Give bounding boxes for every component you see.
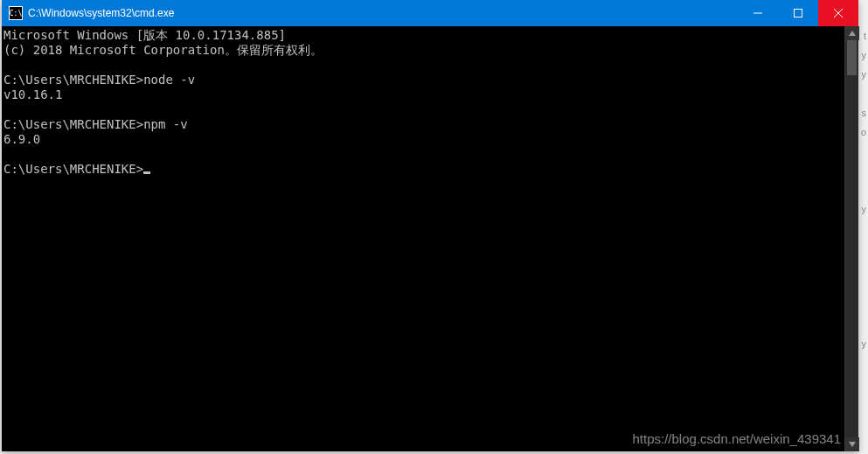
bg-fragment	[861, 257, 866, 276]
cmd-window: C:\ C:\Windows\system32\cmd.exe Microsof…	[2, 0, 858, 451]
bg-fragment	[861, 315, 866, 334]
cmd-icon: C:\	[9, 6, 23, 20]
titlebar[interactable]: C:\ C:\Windows\system32\cmd.exe	[2, 0, 858, 26]
scroll-up-button[interactable]	[845, 26, 859, 40]
window-title: C:\Windows\system32\cmd.exe	[28, 7, 738, 19]
terminal-line: C:\Users\MRCHENIKE>node -v	[3, 73, 844, 87]
minimize-button[interactable]	[738, 0, 778, 26]
terminal-line: v10.16.1	[3, 87, 844, 102]
bg-fragment	[861, 238, 866, 257]
cursor	[143, 171, 150, 174]
bg-fragment: y	[861, 65, 866, 84]
bg-fragment: y	[861, 45, 866, 65]
background-page-fragments: tyysoyy	[861, 26, 866, 353]
bg-fragment: o	[861, 122, 866, 142]
terminal-line	[3, 102, 844, 117]
terminal-line: 6.9.0	[3, 132, 844, 147]
terminal-line: C:\Users\MRCHENIKE>	[3, 162, 844, 177]
bg-fragment: y	[861, 199, 866, 219]
maximize-button[interactable]	[778, 0, 818, 26]
bg-fragment	[861, 219, 866, 238]
vertical-scrollbar[interactable]	[844, 26, 858, 451]
svg-rect-1	[795, 10, 802, 17]
scroll-track[interactable]	[845, 40, 858, 437]
terminal-line: (c) 2018 Microsoft Corporation。保留所有权利。	[3, 43, 844, 58]
terminal-line	[3, 147, 844, 162]
bg-fragment: y	[861, 334, 866, 353]
bg-fragment	[861, 180, 866, 199]
bg-fragment	[861, 296, 866, 315]
terminal-line: C:\Users\MRCHENIKE>npm -v	[3, 117, 844, 132]
bg-fragment	[861, 161, 866, 180]
terminal-line	[3, 58, 844, 73]
bg-fragment	[861, 142, 866, 161]
bg-fragment: s	[861, 103, 866, 122]
terminal-body: Microsoft Windows [版本 10.0.17134.885](c)…	[2, 26, 858, 451]
terminal-line: Microsoft Windows [版本 10.0.17134.885]	[3, 28, 844, 43]
scroll-thumb[interactable]	[847, 40, 857, 75]
bg-fragment	[861, 276, 866, 296]
terminal-output[interactable]: Microsoft Windows [版本 10.0.17134.885](c)…	[2, 26, 844, 451]
bg-fragment: t	[861, 26, 866, 45]
close-button[interactable]	[818, 0, 858, 26]
window-controls	[738, 0, 858, 26]
scroll-down-button[interactable]	[845, 437, 859, 451]
bg-fragment	[861, 84, 866, 103]
